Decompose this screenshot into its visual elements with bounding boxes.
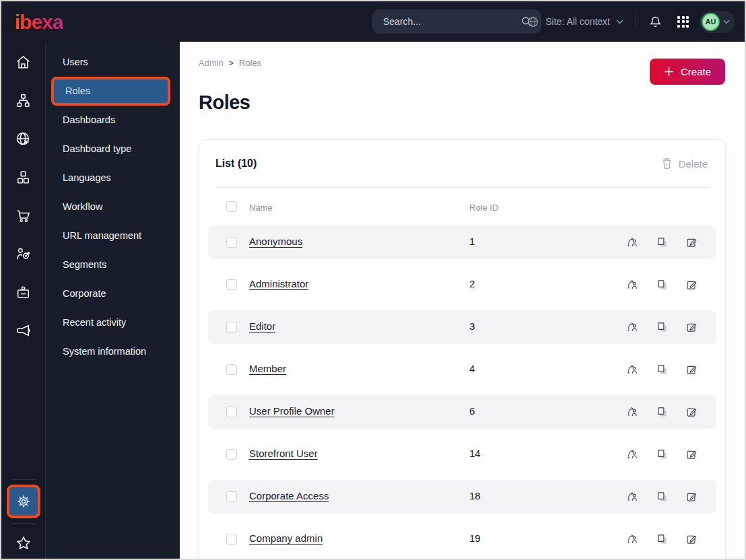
edit-icon[interactable] <box>685 279 698 291</box>
app-switcher-grid-icon[interactable] <box>677 16 689 28</box>
user-menu[interactable]: AU <box>700 11 735 33</box>
edit-icon[interactable] <box>685 448 698 460</box>
roles-list-card: List (10) Delete Name Role ID <box>199 139 726 560</box>
assign-user-icon[interactable] <box>626 363 638 376</box>
row-checkbox[interactable] <box>226 534 237 545</box>
copy-icon[interactable] <box>656 491 668 503</box>
content-tree-icon[interactable] <box>1 81 46 120</box>
role-name-link[interactable]: Storefront User <box>249 448 318 459</box>
settings-gear-icon[interactable] <box>7 485 40 518</box>
assign-user-icon[interactable] <box>626 279 638 291</box>
edit-icon[interactable] <box>685 533 698 545</box>
edit-icon[interactable] <box>685 236 698 248</box>
assign-user-icon[interactable] <box>626 236 638 248</box>
row-actions <box>626 406 698 418</box>
table-row: Company admin 19 <box>208 522 716 556</box>
sidebar-item-workflow[interactable]: Workflow <box>46 193 180 221</box>
assign-user-icon[interactable] <box>626 406 638 418</box>
copy-icon[interactable] <box>656 363 668 376</box>
commerce-cart-icon[interactable] <box>1 197 46 235</box>
topbar-divider <box>636 13 636 30</box>
site-context-label: Site: All context <box>545 16 610 27</box>
sidebar-item-url-management[interactable]: URL management <box>46 221 180 250</box>
select-all-checkbox[interactable] <box>226 201 237 212</box>
assign-user-icon[interactable] <box>626 321 638 333</box>
row-checkbox[interactable] <box>226 364 237 375</box>
products-icon[interactable] <box>1 158 46 197</box>
row-checkbox[interactable] <box>226 407 237 417</box>
notifications-bell-icon[interactable] <box>648 15 663 29</box>
role-name-link[interactable]: Editor <box>249 320 275 332</box>
chevron-down-icon <box>723 20 730 24</box>
sidebar-item-corporate[interactable]: Corporate <box>46 279 180 308</box>
list-title: List (10) <box>215 158 257 170</box>
copy-icon[interactable] <box>656 279 668 291</box>
copy-icon[interactable] <box>656 236 668 248</box>
search-input[interactable] <box>383 16 520 27</box>
page-title: Roles <box>199 92 250 114</box>
topbar: ibexa Site: All context <box>1 1 745 42</box>
column-header-name: Name <box>249 203 273 213</box>
row-checkbox[interactable] <box>226 237 237 248</box>
sidebar-item-dashboards[interactable]: Dashboards <box>46 106 180 135</box>
breadcrumb-admin[interactable]: Admin <box>199 58 224 68</box>
role-id-value: 19 <box>469 532 481 544</box>
avatar[interactable]: AU <box>702 13 720 31</box>
edit-icon[interactable] <box>685 363 698 376</box>
personalization-target-icon[interactable] <box>1 235 46 273</box>
role-name-link[interactable]: User Profile Owner <box>249 405 335 417</box>
sidebar-item-roles[interactable]: Roles <box>51 77 170 106</box>
delete-button[interactable]: Delete <box>661 158 708 170</box>
sidebar-item-recent-activity[interactable]: Recent activity <box>46 308 180 337</box>
row-actions <box>626 363 698 376</box>
roles-table-body: Anonymous 1 <box>199 225 725 556</box>
row-checkbox[interactable] <box>226 322 237 332</box>
chevron-down-icon <box>616 20 623 24</box>
corporate-badge-icon[interactable] <box>1 273 46 312</box>
role-name-link[interactable]: Member <box>249 363 286 374</box>
sidebar-item-dashboard-type[interactable]: Dashboard type <box>46 135 180 164</box>
row-actions <box>626 279 698 291</box>
role-id-value: 2 <box>469 278 475 289</box>
edit-icon[interactable] <box>685 406 698 418</box>
home-icon[interactable] <box>1 43 46 81</box>
assign-user-icon[interactable] <box>626 448 638 460</box>
role-id-value: 1 <box>469 236 475 247</box>
assign-user-icon[interactable] <box>626 491 638 503</box>
role-id-value: 6 <box>469 405 475 417</box>
breadcrumb-separator: > <box>229 59 234 68</box>
assign-user-icon[interactable] <box>626 533 638 545</box>
table-row: Anonymous 1 <box>208 225 716 259</box>
global-search[interactable] <box>372 9 541 34</box>
copy-icon[interactable] <box>656 448 668 460</box>
create-button[interactable]: Create <box>650 59 725 85</box>
role-name-link[interactable]: Corporate Access <box>249 490 329 501</box>
row-actions <box>626 448 698 460</box>
role-name-link[interactable]: Company admin <box>249 532 323 544</box>
bookmarks-star-icon[interactable] <box>15 528 32 555</box>
edit-icon[interactable] <box>685 491 698 503</box>
role-name-link[interactable]: Anonymous <box>249 236 302 247</box>
sidebar-item-languages[interactable]: Languages <box>46 164 180 193</box>
sidebar-item-segments[interactable]: Segments <box>46 250 180 279</box>
table-header: Name Role ID <box>199 188 725 225</box>
row-checkbox[interactable] <box>226 491 237 502</box>
role-name-link[interactable]: Administrator <box>249 278 308 289</box>
site-context-selector[interactable]: Site: All context <box>527 15 623 28</box>
globe-icon <box>527 15 539 28</box>
copy-icon[interactable] <box>656 533 668 545</box>
copy-icon[interactable] <box>656 406 668 418</box>
table-row: Corporate Access 18 <box>208 480 716 514</box>
marketing-megaphone-icon[interactable] <box>1 312 46 350</box>
site-globe-icon[interactable] <box>1 120 46 158</box>
trash-icon <box>661 158 673 170</box>
ibexa-logo[interactable]: ibexa <box>15 11 63 34</box>
sidebar-item-system-information[interactable]: System information <box>46 337 180 366</box>
row-checkbox[interactable] <box>226 449 237 460</box>
row-checkbox[interactable] <box>226 279 237 290</box>
edit-icon[interactable] <box>685 321 698 333</box>
copy-icon[interactable] <box>656 321 668 333</box>
app-window: ibexa Site: All context <box>0 0 746 560</box>
table-row: Editor 3 <box>208 310 716 344</box>
sidebar-item-users[interactable]: Users <box>46 48 180 77</box>
